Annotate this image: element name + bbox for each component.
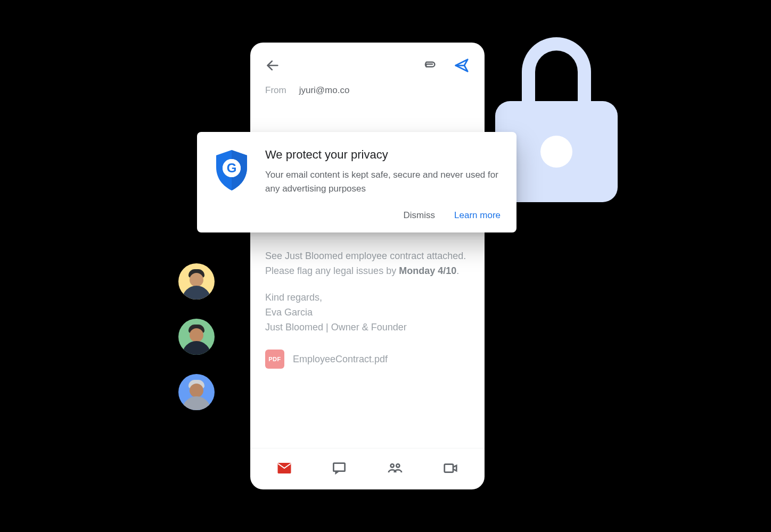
avatars-column — [178, 263, 215, 410]
svg-point-3 — [390, 464, 393, 467]
google-shield-icon: G G — [213, 148, 250, 195]
compose-screen: From jyuri@mo.co See Just Bloomed employ… — [250, 43, 485, 489]
send-icon[interactable] — [454, 57, 470, 73]
privacy-description: Your email content is kept safe, secure … — [265, 168, 501, 196]
svg-text:G: G — [227, 161, 237, 175]
chat-tab[interactable] — [331, 460, 347, 478]
learn-more-button[interactable]: Learn more — [454, 210, 501, 221]
avatar-person-3 — [178, 374, 215, 410]
avatar-person-2 — [178, 319, 215, 355]
body-period: . — [456, 265, 459, 276]
sig-line-3: Just Bloomed | Owner & Founder — [265, 320, 470, 335]
illustration-stage: From jyuri@mo.co See Just Bloomed employ… — [0, 0, 771, 532]
attachment-chip[interactable]: PDF EmployeeContract.pdf — [250, 335, 485, 369]
body-deadline: Monday 4/10 — [399, 265, 456, 276]
bottom-tabbar — [250, 448, 485, 489]
email-body: See Just Bloomed employee contract attac… — [250, 249, 485, 335]
svg-point-4 — [396, 464, 399, 467]
from-label: From — [265, 85, 286, 96]
from-row[interactable]: From jyuri@mo.co — [250, 81, 485, 105]
attachment-icon[interactable] — [422, 57, 438, 73]
spaces-tab[interactable] — [387, 460, 404, 479]
svg-rect-2 — [334, 463, 345, 471]
privacy-actions: Dismiss Learn more — [213, 210, 501, 221]
from-value: jyuri@mo.co — [299, 85, 350, 96]
mail-tab[interactable] — [276, 460, 292, 478]
compose-header — [250, 43, 485, 81]
privacy-title: We protect your privacy — [265, 148, 501, 162]
sig-line-1: Kind regards, — [265, 290, 470, 305]
meet-tab[interactable] — [442, 460, 458, 478]
privacy-card: G G We protect your privacy Your email c… — [197, 132, 516, 232]
sig-line-2: Eva Garcia — [265, 305, 470, 320]
back-icon[interactable] — [265, 58, 280, 73]
avatar-person-1 — [178, 263, 215, 300]
attachment-name: EmployeeContract.pdf — [293, 354, 388, 365]
pdf-icon: PDF — [265, 350, 284, 369]
lock-keyhole — [540, 136, 572, 168]
dismiss-button[interactable]: Dismiss — [404, 210, 436, 221]
svg-rect-5 — [445, 464, 453, 472]
